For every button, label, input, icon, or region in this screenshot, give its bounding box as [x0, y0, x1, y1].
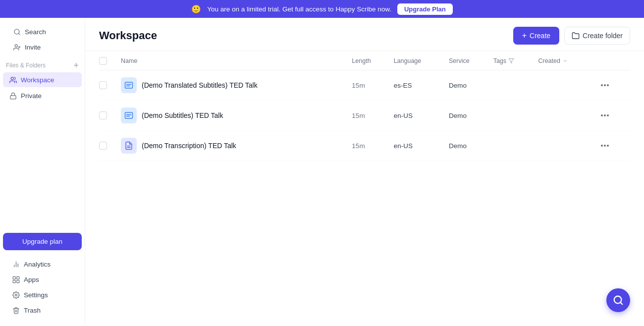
- row-tags: [489, 70, 535, 101]
- files-table: Name Length Language Service: [99, 51, 630, 161]
- sidebar-item-private[interactable]: Private: [3, 88, 82, 103]
- banner-message: You are on a limited trial. Get full acc…: [207, 5, 391, 13]
- svg-rect-16: [125, 82, 133, 88]
- row-created: [534, 131, 593, 161]
- row-checkbox-cell: [99, 70, 117, 101]
- upgrade-plan-banner-button[interactable]: Upgrade Plan: [397, 3, 453, 15]
- sidebar-item-analytics-label: Analytics: [24, 261, 51, 268]
- subtitle-icon: [121, 108, 137, 123]
- private-icon: [9, 92, 17, 100]
- analytics-icon: [12, 260, 20, 268]
- row-file-name[interactable]: (Demo Translated Subtitles) TED Talk: [142, 81, 258, 89]
- header-actions: + Create Create folder: [513, 27, 630, 45]
- files-table-container: Name Length Language Service: [85, 51, 644, 326]
- banner-icon: 🙂: [191, 4, 201, 14]
- row-tags: [489, 131, 535, 161]
- settings-icon: [12, 291, 20, 299]
- sidebar-section-files: Files & Folders +: [0, 57, 85, 72]
- sidebar-item-trash-label: Trash: [24, 307, 41, 314]
- sidebar-item-workspace-label: Workspace: [21, 76, 54, 84]
- row-more-button[interactable]: [597, 82, 613, 88]
- fab-button[interactable]: [606, 288, 630, 312]
- col-header-length: Length: [348, 51, 389, 70]
- col-header-created: Created: [534, 51, 593, 70]
- subtitle-icon: [121, 77, 137, 93]
- sidebar-item-invite[interactable]: Invite: [7, 40, 78, 54]
- row-language: en-US: [390, 131, 445, 161]
- row-name-cell: (Demo Subtitles) TED Talk: [117, 101, 348, 131]
- invite-icon: [13, 43, 21, 51]
- add-folder-button[interactable]: +: [73, 61, 79, 70]
- svg-rect-12: [13, 280, 15, 282]
- svg-point-2: [15, 44, 17, 47]
- row-checkbox[interactable]: [99, 81, 107, 89]
- col-header-name: Name: [117, 51, 348, 70]
- row-name-cell: (Demo Transcription) TED Talk: [117, 131, 348, 161]
- row-more-button[interactable]: [597, 112, 613, 118]
- workspace-icon: [9, 76, 17, 84]
- row-checkbox[interactable]: [99, 142, 107, 150]
- sidebar-item-trash[interactable]: Trash: [6, 303, 79, 318]
- col-header-checkbox: [99, 51, 117, 70]
- row-created: [534, 101, 593, 131]
- svg-rect-6: [10, 95, 15, 99]
- sidebar-item-search-label: Search: [25, 28, 46, 36]
- row-created: [534, 70, 593, 101]
- row-checkbox[interactable]: [99, 111, 107, 119]
- folder-icon: [572, 32, 580, 40]
- sidebar-item-settings-label: Settings: [24, 291, 48, 299]
- sidebar-item-analytics[interactable]: Analytics: [6, 257, 79, 272]
- transcript-icon: [121, 138, 137, 154]
- svg-marker-15: [509, 59, 514, 63]
- sidebar-item-workspace[interactable]: Workspace: [3, 72, 82, 87]
- row-more-button[interactable]: [597, 143, 613, 149]
- row-actions: [593, 70, 630, 101]
- row-language: en-US: [390, 101, 445, 131]
- col-header-tags: Tags: [489, 51, 535, 70]
- row-service: Demo: [445, 101, 489, 131]
- row-checkbox-cell: [99, 131, 117, 161]
- select-all-checkbox[interactable]: [99, 57, 107, 65]
- svg-rect-19: [125, 112, 133, 118]
- row-tags: [489, 101, 535, 131]
- apps-icon: [12, 275, 20, 283]
- svg-rect-10: [13, 276, 15, 279]
- sidebar-item-apps[interactable]: Apps: [6, 272, 79, 287]
- sidebar-item-settings[interactable]: Settings: [6, 287, 79, 302]
- row-length: 15m: [348, 101, 389, 131]
- page-header: Workspace + Create Create folder: [85, 18, 644, 51]
- trial-banner: 🙂 You are on a limited trial. Get full a…: [0, 0, 644, 18]
- page-title: Workspace: [99, 29, 157, 42]
- upgrade-plan-button[interactable]: Upgrade plan: [3, 233, 82, 250]
- row-name-cell: (Demo Translated Subtitles) TED Talk: [117, 70, 348, 101]
- row-language: es-ES: [390, 70, 445, 101]
- col-header-actions: [593, 51, 630, 70]
- trash-icon: [12, 306, 20, 314]
- col-header-service: Service: [445, 51, 489, 70]
- sidebar-item-invite-label: Invite: [25, 44, 41, 51]
- svg-rect-11: [16, 276, 19, 279]
- svg-line-25: [620, 302, 622, 304]
- row-file-name[interactable]: (Demo Subtitles) TED Talk: [142, 111, 223, 119]
- row-actions: [593, 101, 630, 131]
- sidebar-item-search[interactable]: Search: [7, 24, 78, 39]
- table-row: (Demo Subtitles) TED Talk 15m en-US Demo: [99, 101, 630, 131]
- svg-rect-13: [16, 280, 19, 282]
- svg-line-1: [18, 33, 20, 35]
- create-button[interactable]: + Create: [513, 27, 559, 45]
- row-service: Demo: [445, 131, 489, 161]
- table-row: (Demo Translated Subtitles) TED Talk 15m…: [99, 70, 630, 101]
- row-checkbox-cell: [99, 101, 117, 131]
- main-content: Workspace + Create Create folder: [85, 18, 644, 326]
- create-folder-button[interactable]: Create folder: [564, 27, 630, 45]
- sidebar-item-private-label: Private: [21, 92, 42, 100]
- row-length: 15m: [348, 70, 389, 101]
- sidebar-section-label: Files & Folders: [6, 62, 46, 69]
- row-service: Demo: [445, 70, 489, 101]
- row-file-name[interactable]: (Demo Transcription) TED Talk: [142, 142, 236, 150]
- table-row: (Demo Transcription) TED Talk 15m en-US …: [99, 131, 630, 161]
- create-plus-icon: +: [522, 31, 527, 40]
- col-header-language: Language: [390, 51, 445, 70]
- svg-point-14: [15, 294, 17, 296]
- sidebar-item-apps-label: Apps: [24, 276, 39, 283]
